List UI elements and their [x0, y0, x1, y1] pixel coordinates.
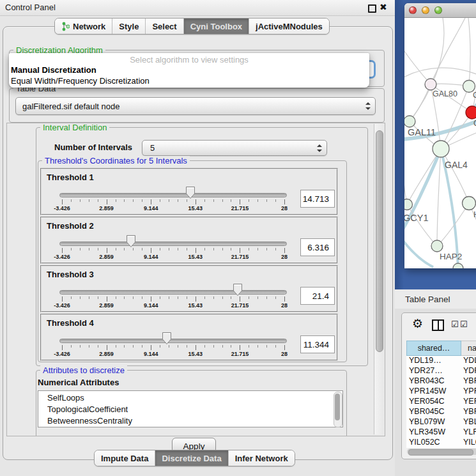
network-node[interactable] — [453, 263, 463, 268]
column-header-shared[interactable]: shared… — [406, 341, 461, 356]
tab-network-label: Network — [73, 22, 105, 31]
tab-cyni-toolbox[interactable]: Cyni Toolbox — [184, 19, 249, 34]
table-row[interactable]: YPR145WYPR1 — [406, 387, 476, 397]
threshold-list: Threshold 1 -3.4262.8599.14415.4321.7152… — [40, 168, 338, 362]
tab-select[interactable]: Select — [146, 19, 183, 34]
scrollbar-thumb[interactable] — [376, 130, 383, 352]
network-node[interactable] — [404, 199, 413, 210]
table-horizontal-scrollbar[interactable] — [407, 449, 476, 455]
table-row[interactable]: YIL052CYIL0 — [406, 438, 476, 448]
network-node[interactable] — [463, 197, 476, 210]
tab-network[interactable]: Network — [55, 19, 112, 34]
tab-style[interactable]: Style — [112, 19, 146, 34]
float-window-icon[interactable] — [368, 4, 376, 13]
bottom-tab-bar: Impute Data Discretize Data Infer Networ… — [94, 450, 295, 466]
threshold-label: Threshold 1 — [47, 173, 94, 182]
slider-track[interactable] — [59, 193, 287, 197]
threshold-value-field[interactable]: 11.344 — [300, 335, 335, 353]
tab-jactivemnodules[interactable]: jActiveMNodules — [249, 19, 329, 34]
table-cell: YPR145W — [409, 387, 446, 395]
table-cell: YER0 — [463, 397, 476, 406]
network-node-label: GAL4 — [445, 160, 468, 170]
thresholds-group-title: Threshold's Coordinates for 5 Intervals — [42, 156, 190, 165]
table-cell: YPR1 — [463, 387, 476, 395]
network-node[interactable] — [431, 240, 443, 252]
table-row[interactable]: YER054CYER0 — [406, 397, 476, 407]
numerical-attributes-label: Numerical Attributes — [38, 378, 119, 387]
table-row[interactable]: YDL19…YDL1 — [406, 356, 476, 366]
slider-track[interactable] — [59, 290, 287, 295]
slider-track[interactable] — [59, 242, 287, 246]
combo-stepper-icon — [316, 144, 322, 152]
network-node[interactable] — [466, 106, 476, 119]
table-cell: YDR27… — [409, 366, 443, 375]
panel-title: Control Panel — [5, 3, 56, 12]
threshold-panel: Threshold 4 -3.4262.8599.14415.4321.7152… — [40, 314, 338, 361]
attributes-list-scrollbar[interactable] — [334, 392, 342, 427]
network-node[interactable] — [404, 116, 415, 127]
checkbox-checked-icon[interactable]: ☑ — [460, 320, 468, 329]
table-body[interactable]: YDL19…YDL1YDR27…YDR2YBR043CYBR0YPR145WYP… — [406, 356, 476, 448]
table-row[interactable]: YBR045CYBR0 — [406, 407, 476, 417]
table-cell: YER054C — [409, 397, 445, 406]
table-cell: YIL052C — [409, 438, 440, 447]
tab-impute-data[interactable]: Impute Data — [95, 450, 155, 466]
table-row[interactable]: YBL079WYBL0 — [406, 417, 476, 427]
network-node[interactable] — [425, 79, 436, 90]
zoom-traffic-light-icon[interactable] — [434, 6, 442, 14]
network-node-label: GCY1 — [404, 213, 429, 223]
network-window: GAL80GACGAL11GAL4GCY1HHAP2 — [404, 3, 476, 268]
slider-track[interactable] — [59, 339, 287, 343]
network-icon — [61, 22, 70, 31]
scrollbar-thumb[interactable] — [408, 449, 473, 456]
minimize-traffic-light-icon[interactable] — [422, 6, 429, 14]
scrollbar-thumb[interactable] — [335, 394, 340, 420]
network-nodes[interactable] — [404, 79, 476, 268]
column-header-name[interactable]: na — [461, 341, 476, 356]
table-row[interactable]: YDR27…YDR2 — [406, 366, 476, 376]
checkbox-checked-icon[interactable]: ☑ — [451, 320, 459, 329]
attribute-list-item[interactable]: TopologicalCoefficient — [38, 404, 342, 415]
threshold-label: Threshold 3 — [47, 270, 94, 279]
network-window-titlebar — [404, 3, 476, 18]
numerical-attributes-list[interactable]: SelfLoopsTopologicalCoefficientBetweenne… — [38, 390, 343, 427]
table-panel-title: Table Panel — [405, 295, 450, 304]
threshold-value-field[interactable]: 21.4 — [300, 287, 335, 305]
combo-stepper-icon — [365, 102, 371, 110]
table-cell: YBL0 — [463, 417, 476, 426]
settings-vertical-scrollbar[interactable] — [374, 124, 384, 434]
attribute-list-item[interactable]: BetweennessCentrality — [38, 415, 342, 427]
gear-icon[interactable]: ⚙ — [412, 317, 423, 330]
table-cell: YIL0 — [463, 438, 476, 447]
slider-thumb[interactable] — [126, 234, 136, 248]
slider-thumb[interactable] — [185, 186, 196, 199]
table-row[interactable]: YLR345WYLR3 — [406, 427, 476, 438]
table-cell: YDL1 — [463, 356, 476, 365]
slider-thumb[interactable] — [233, 283, 243, 296]
table-cell: YBR0 — [463, 407, 476, 416]
network-node[interactable] — [433, 141, 449, 157]
table-row[interactable]: YBR043CYBR0 — [406, 376, 476, 387]
attributes-group-title: Attributes to discretize — [40, 365, 127, 375]
slider-thumb[interactable] — [162, 332, 172, 345]
tab-infer-network[interactable]: Infer Network — [229, 450, 295, 466]
number-of-intervals-label: Number of Intervals — [54, 142, 132, 152]
threshold-value-field[interactable]: 14.713 — [300, 190, 335, 208]
attribute-list-item[interactable]: SelfLoops — [38, 392, 342, 404]
split-columns-icon[interactable] — [432, 319, 444, 331]
table-data-combo[interactable]: galFiltered.sif default node — [15, 97, 376, 115]
close-traffic-light-icon[interactable] — [409, 6, 417, 14]
algorithm-dropdown-popup: Select algorithm to view settings Manual… — [9, 53, 369, 88]
algorithm-option-equal-width[interactable]: Equal Width/Frequency Discretization — [9, 76, 369, 87]
table-cell: YLR3 — [463, 427, 476, 436]
table-data-combo-value: galFiltered.sif default node — [22, 102, 119, 111]
table-cell: YDL19… — [409, 356, 441, 365]
threshold-value-field[interactable]: 6.316 — [300, 238, 335, 256]
tab-discretize-data[interactable]: Discretize Data — [155, 450, 228, 466]
top-tab-bar: Network Style Select Cyni Toolbox jActiv… — [54, 18, 330, 35]
network-graph[interactable]: GAL80GACGAL11GAL4GCY1HHAP2 — [404, 18, 476, 268]
close-icon[interactable]: ✖ — [380, 2, 387, 12]
algorithm-option-manual[interactable]: Manual Discretization — [9, 65, 369, 76]
number-of-intervals-combo[interactable]: 5 — [142, 140, 327, 156]
network-canvas[interactable]: GAL80GACGAL11GAL4GCY1HHAP2 — [404, 18, 476, 268]
